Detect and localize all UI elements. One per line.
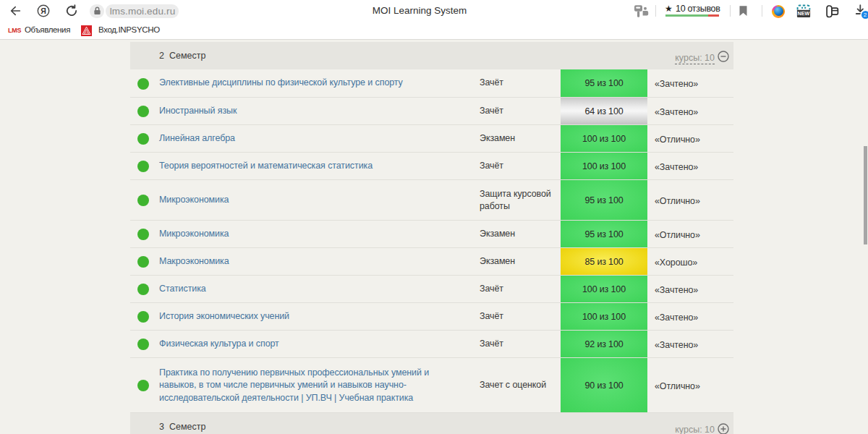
svg-text:NEW: NEW [798,10,810,17]
svg-text:Я: Я [41,7,46,15]
